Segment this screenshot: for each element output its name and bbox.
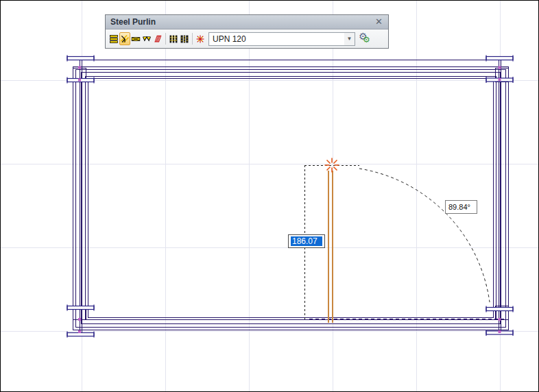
profile-dropdown[interactable]: UPN 120 ▼ xyxy=(208,32,355,46)
toolbar-separator xyxy=(165,33,166,45)
purlin-preview-line xyxy=(328,171,333,323)
cad-canvas[interactable]: 186.07 89.84° Steel Purlin ✕ xyxy=(0,0,539,392)
selection-handles xyxy=(78,66,501,334)
dialog-title: Steel Purlin xyxy=(106,17,156,27)
grating-sparse-icon xyxy=(180,34,189,44)
profile-value: UPN 120 xyxy=(209,33,344,45)
purlin-rows-icon xyxy=(109,34,119,44)
sag-rod-icon xyxy=(142,34,152,44)
purlin-span-button[interactable] xyxy=(130,32,141,45)
purlin-span-icon xyxy=(131,34,141,44)
angle-value: 89.84° xyxy=(448,203,470,211)
grating-dense-button[interactable] xyxy=(168,32,179,45)
grating-dense-icon xyxy=(169,34,178,44)
steel-purlin-dialog: Steel Purlin ✕ xyxy=(105,14,389,49)
angle-tooltip: 89.84° xyxy=(445,200,477,214)
frame-beams xyxy=(73,60,509,334)
slope-hatch-button[interactable] xyxy=(152,32,163,45)
grating-sparse-button[interactable] xyxy=(179,32,190,45)
snap-point-button[interactable] xyxy=(195,32,206,45)
dialog-toolbar: UPN 120 ▼ ⚙ ⚙ xyxy=(106,29,388,48)
snap-point-icon xyxy=(195,34,205,44)
column-flange-symbols xyxy=(67,56,513,338)
purlin-direction-icon xyxy=(120,34,130,44)
dimension-input[interactable]: 186.07 xyxy=(288,234,325,248)
angle-arc xyxy=(359,169,490,302)
sag-rod-button[interactable] xyxy=(141,32,152,45)
purlin-direction-button[interactable] xyxy=(119,32,130,45)
dimension-value: 186.07 xyxy=(291,236,322,246)
gear-icon: ⚙ xyxy=(363,35,370,45)
close-icon[interactable]: ✕ xyxy=(370,15,388,29)
settings-button[interactable]: ⚙ ⚙ xyxy=(359,32,372,46)
slope-hatch-icon xyxy=(153,34,163,44)
toolbar-separator xyxy=(192,33,193,45)
model-view xyxy=(1,1,538,391)
snap-cross-icon xyxy=(325,158,339,173)
purlin-rows-button[interactable] xyxy=(108,32,119,45)
dialog-titlebar[interactable]: Steel Purlin ✕ xyxy=(106,15,388,29)
chevron-down-icon[interactable]: ▼ xyxy=(344,33,355,45)
